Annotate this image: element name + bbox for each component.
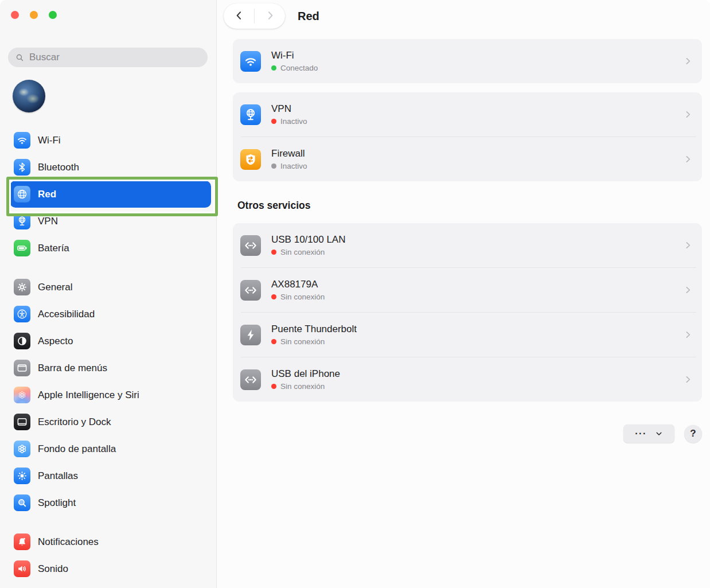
spotlight-icon — [14, 494, 30, 511]
more-options-button[interactable]: ··· — [623, 425, 674, 443]
status-dot — [271, 294, 276, 299]
chevron-right-icon — [683, 375, 693, 384]
vpn-icon — [240, 104, 261, 125]
section-heading-otros-servicios: Otros servicios — [237, 200, 702, 212]
status-text: Inactivo — [280, 117, 307, 126]
status-dot — [271, 65, 276, 71]
chevron-right-icon — [683, 56, 693, 66]
wifi-icon — [14, 132, 30, 149]
sidebar-item-vpn[interactable]: VPN — [10, 208, 211, 235]
appearance-icon — [14, 333, 30, 349]
sidebar-nav: Wi-Fi Bluetooth Red VPN Batería General … — [0, 127, 216, 582]
sidebar-item-notificaciones[interactable]: Notificaciones — [10, 528, 211, 555]
sidebar-item-accesibilidad[interactable]: Accesibilidad — [10, 301, 211, 328]
chevron-right-icon — [683, 110, 693, 119]
close-window-button[interactable] — [11, 11, 19, 19]
minimize-window-button[interactable] — [30, 11, 38, 19]
sidebar-item-red[interactable]: Red — [10, 181, 211, 208]
status-text: Sin conexión — [280, 293, 325, 301]
sidebar-item-general[interactable]: General — [10, 274, 211, 301]
ethernet-icon — [240, 280, 261, 301]
sidebar-item-spotlight[interactable]: Spotlight — [10, 489, 211, 516]
sidebar: Buscar Wi-Fi Bluetooth Red VPN Batería G… — [0, 0, 217, 588]
search-input[interactable]: Buscar — [8, 48, 208, 67]
display-icon — [14, 468, 30, 484]
settings-row-ax88179a[interactable]: AX88179A Sin conexión — [233, 268, 702, 312]
vpn-icon — [14, 213, 30, 229]
settings-row-firewall[interactable]: Firewall Inactivo — [233, 137, 702, 181]
status-dot — [271, 384, 276, 389]
sidebar-item-fondo-de-pantalla[interactable]: Fondo de pantalla — [10, 435, 211, 462]
chevron-right-icon — [683, 330, 693, 340]
ellipsis-icon: ··· — [635, 429, 646, 438]
search-placeholder: Buscar — [29, 52, 60, 63]
thunderbolt-icon — [240, 325, 261, 345]
status-text: Inactivo — [280, 162, 307, 170]
sidebar-item-escritorio-y-dock[interactable]: Escritorio y Dock — [10, 408, 211, 435]
wifi-icon — [240, 51, 261, 72]
settings-row-usb-10-100-lan[interactable]: USB 10/100 LAN Sin conexión — [233, 223, 702, 267]
bell-icon — [14, 534, 30, 550]
chevron-right-icon — [264, 10, 276, 23]
settings-row-vpn[interactable]: VPN Inactivo — [233, 92, 702, 137]
chevron-right-icon — [683, 285, 693, 295]
pill-divider — [254, 9, 255, 24]
sidebar-item-apple-intelligence-y-siri[interactable]: Apple Intelligence y Siri — [10, 381, 211, 408]
forward-button[interactable] — [260, 6, 280, 26]
chevron-right-icon — [683, 154, 693, 164]
status-text: Sin conexión — [280, 248, 325, 256]
status-dot — [271, 163, 276, 169]
settings-content: Wi-Fi Conectado VPN Inactivo Firewall — [217, 32, 710, 443]
siri-icon — [14, 387, 30, 403]
chevron-left-icon — [233, 10, 245, 23]
sidebar-item-pantallas[interactable]: Pantallas — [10, 462, 211, 489]
sidebar-item-bluetooth[interactable]: Bluetooth — [10, 154, 211, 181]
status-text: Sin conexión — [280, 382, 325, 391]
search-icon — [15, 53, 25, 63]
settings-card: USB 10/100 LAN Sin conexión AX88179A Sin… — [233, 223, 702, 402]
avatar[interactable] — [13, 80, 45, 112]
help-button[interactable]: ? — [684, 425, 702, 443]
system-settings-window: Buscar Wi-Fi Bluetooth Red VPN Batería G… — [0, 0, 710, 588]
page-title: Red — [298, 10, 319, 23]
settings-card: VPN Inactivo Firewall Inactivo — [233, 92, 702, 181]
sound-icon — [14, 560, 30, 577]
ethernet-icon — [240, 235, 261, 256]
footer-controls: ··· ? — [233, 425, 702, 443]
status-dot — [271, 119, 276, 124]
menubar-icon — [14, 360, 30, 376]
bluetooth-icon — [14, 159, 30, 176]
sidebar-item-sonido[interactable]: Sonido — [10, 555, 211, 582]
status-dot — [271, 339, 276, 344]
ethernet-icon — [240, 369, 261, 390]
settings-card: Wi-Fi Conectado — [233, 39, 702, 83]
status-text: Conectado — [280, 64, 318, 72]
sidebar-item-wi-fi[interactable]: Wi-Fi — [10, 127, 211, 154]
settings-row-usb-del-iphone[interactable]: USB del iPhone Sin conexión — [233, 357, 702, 402]
sidebar-item-bater-a[interactable]: Batería — [10, 235, 211, 262]
sidebar-item-aspecto[interactable]: Aspecto — [10, 328, 211, 355]
chevron-down-icon — [655, 430, 663, 438]
firewall-icon — [240, 149, 261, 170]
chevron-right-icon — [683, 240, 693, 250]
history-navigation — [224, 3, 285, 29]
back-button[interactable] — [229, 6, 249, 26]
status-text: Sin conexión — [280, 337, 325, 346]
wallpaper-icon — [14, 441, 30, 457]
settings-row-puente-thunderbolt[interactable]: Puente Thunderbolt Sin conexión — [233, 313, 702, 357]
dock-icon — [14, 414, 30, 430]
settings-sections-list: Wi-Fi Conectado VPN Inactivo Firewall — [233, 39, 702, 402]
globe-icon — [14, 186, 30, 203]
main-header: Red — [217, 0, 710, 32]
zoom-window-button[interactable] — [49, 11, 57, 19]
battery-icon — [14, 240, 30, 256]
sidebar-item-barra-de-men-s[interactable]: Barra de menús — [10, 355, 211, 381]
settings-row-wi-fi[interactable]: Wi-Fi Conectado — [233, 39, 702, 83]
status-dot — [271, 250, 276, 255]
window-controls — [0, 0, 216, 19]
gear-icon — [14, 279, 30, 295]
accessibility-icon — [14, 306, 30, 322]
main-pane: Red Wi-Fi Conectado VPN Inactivo — [217, 0, 710, 588]
